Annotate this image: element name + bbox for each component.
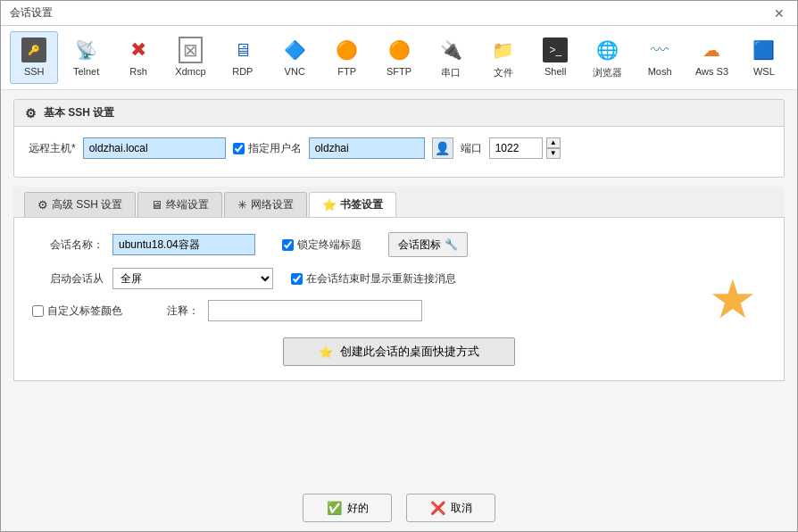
xdmcp-toolbar-icon: ⊠ [176,36,204,64]
startup-label: 启动会话从 [32,271,104,287]
toolbar-item-shell[interactable]: >_Shell [531,31,579,84]
port-container: ▲ ▼ [489,137,561,159]
port-spin-down[interactable]: ▼ [546,148,561,159]
ssh-host-row: 远程主机* 指定用户名 👤 端口 ▲ ▼ [29,137,769,159]
reconnect-checkbox[interactable] [291,273,303,285]
port-spinners: ▲ ▼ [546,137,561,159]
reconnect-label[interactable]: 在会话结束时显示重新连接消息 [291,271,456,287]
ok-button[interactable]: ✅ 好的 [303,494,392,522]
toolbar-label-wsl: WSL [753,66,775,77]
tab-terminal[interactable]: 🖥终端设置 [137,192,222,217]
name-label: 会话名称： [32,237,104,253]
toolbar-label-file: 文件 [494,66,513,79]
toolbar-item-ftp[interactable]: 🟠FTP [322,31,370,84]
tab-icon-terminal: 🖥 [151,198,162,212]
note-input[interactable] [208,300,422,321]
user-icon-button[interactable]: 👤 [432,137,453,159]
tab-label-advanced: 高级 SSH 设置 [52,197,122,212]
rdp-toolbar-icon: 🖥 [229,36,257,64]
file-toolbar-icon: 📁 [489,36,518,64]
session-icon-button[interactable]: 会话图标 🔧 [388,232,468,257]
sftp-toolbar-icon: 🟠 [385,36,413,64]
browser-toolbar-icon: 🌐 [594,36,622,64]
ssh-basic-panel: ⚙ 基本 SSH 设置 远程主机* 指定用户名 👤 端口 [13,99,785,178]
host-input[interactable] [83,137,226,159]
ok-label: 好的 [347,501,369,516]
lock-title-checkbox[interactable] [282,239,294,251]
tab-label-terminal: 终端设置 [166,197,209,212]
check-user-checkbox[interactable] [233,143,245,154]
toolbar-item-file[interactable]: 📁文件 [479,31,528,84]
toolbar-item-telnet[interactable]: 📡Telnet [62,31,110,84]
ssh-panel-title: 基本 SSH 设置 [44,105,114,121]
ssh-panel-body: 远程主机* 指定用户名 👤 端口 ▲ ▼ [14,127,784,177]
toolbar-item-browser[interactable]: 🌐浏览器 [583,31,631,84]
main-content: ⚙ 基本 SSH 设置 远程主机* 指定用户名 👤 端口 [1,90,797,481]
shortcut-button[interactable]: ⭐ 创建此会话的桌面快捷方式 [283,337,515,366]
toolbar-label-shell: Shell [544,66,566,77]
toolbar-item-ssh[interactable]: 🔑SSH [10,31,58,84]
ftp-toolbar-icon: 🟠 [333,36,362,64]
custom-color-label[interactable]: 自定义标签颜色 [32,303,122,319]
tab-label-network: 网络设置 [251,197,294,212]
title-bar: 会话设置 ✕ [1,1,797,26]
color-note-row: 自定义标签颜色 注释： [32,300,766,321]
tabbed-section: ⚙高级 SSH 设置🖥终端设置✳网络设置⭐书签设置 会话名称： 锁定终端标题 会… [13,187,785,381]
ssh-toolbar-icon: 🔑 [20,36,48,64]
toolbar-item-serial[interactable]: 🔌串口 [427,31,475,84]
host-label: 远程主机* [29,141,76,156]
port-spin-up[interactable]: ▲ [546,137,561,148]
shortcut-row: ⭐ 创建此会话的桌面快捷方式 [32,337,766,366]
port-input[interactable] [489,137,543,159]
rsh-toolbar-icon: ✖ [124,36,153,64]
telnet-toolbar-icon: 📡 [72,36,101,64]
toolbar-label-xdmcp: Xdmcp [175,66,205,77]
close-button[interactable]: ✕ [770,6,788,21]
port-label: 端口 [461,141,482,156]
tab-icon-bookmark: ⭐ [322,198,337,212]
toolbar-label-rsh: Rsh [129,66,147,77]
cancel-button[interactable]: ❌ 取消 [406,494,495,522]
session-icon-btn-icon: 🔧 [445,238,458,251]
toolbar-label-vnc: VNC [285,66,305,77]
ssh-panel-header: ⚙ 基本 SSH 设置 [14,100,784,127]
reconnect-text: 在会话结束时显示重新连接消息 [306,271,456,287]
session-name-row: 会话名称： 锁定终端标题 会话图标 🔧 [32,232,766,257]
toolbar-label-awss3: Aws S3 [695,66,728,77]
check-user-label[interactable]: 指定用户名 [233,141,302,156]
toolbar-item-rdp[interactable]: 🖥RDP [219,31,267,84]
bookmark-tab-panel: 会话名称： 锁定终端标题 会话图标 🔧 启动会话从 [13,218,785,381]
awss3-toolbar-icon: ☁ [697,36,726,64]
username-input[interactable] [309,137,425,159]
window-title: 会话设置 [10,5,53,21]
toolbar-label-serial: 串口 [441,66,461,79]
toolbar-item-awss3[interactable]: ☁Aws S3 [687,31,736,84]
toolbar-item-vnc[interactable]: 🔷VNC [270,31,319,84]
shortcut-btn-label: 创建此会话的桌面快捷方式 [340,344,479,360]
toolbar-label-sftp: SFTP [387,66,411,77]
toolbar-item-mosh[interactable]: 〰Mosh [636,31,684,84]
toolbar-item-sftp[interactable]: 🟠SFTP [375,31,423,84]
tab-label-bookmark: 书签设置 [340,197,383,212]
lock-title-text: 锁定终端标题 [297,237,362,253]
toolbar-item-xdmcp[interactable]: ⊠Xdmcp [166,31,214,84]
session-name-input[interactable] [112,234,255,255]
tab-bookmark[interactable]: ⭐书签设置 [309,192,396,217]
tab-icon-advanced: ⚙ [37,198,48,212]
check-user-text: 指定用户名 [248,141,302,156]
shell-toolbar-icon: >_ [541,36,569,64]
custom-color-checkbox[interactable] [32,305,44,317]
note-label: 注释： [167,303,199,319]
lock-title-label[interactable]: 锁定终端标题 [282,237,362,253]
main-window: 会话设置 ✕ 🔑SSH📡Telnet✖Rsh⊠Xdmcp🖥RDP🔷VNC🟠FTP… [0,0,798,532]
toolbar-item-rsh[interactable]: ✖Rsh [114,31,162,84]
cancel-icon: ❌ [430,501,445,515]
startup-select[interactable]: 全屏 窗口 最小化 [112,268,273,289]
serial-toolbar-icon: 🔌 [436,36,465,64]
tab-icon-network: ✳ [237,198,247,212]
footer-buttons: ✅ 好的 ❌ 取消 [1,481,797,531]
tab-advanced[interactable]: ⚙高级 SSH 设置 [24,192,136,217]
tab-network[interactable]: ✳网络设置 [224,192,307,217]
toolbar-label-browser: 浏览器 [593,66,622,79]
toolbar-item-wsl[interactable]: 🟦WSL [740,31,788,84]
